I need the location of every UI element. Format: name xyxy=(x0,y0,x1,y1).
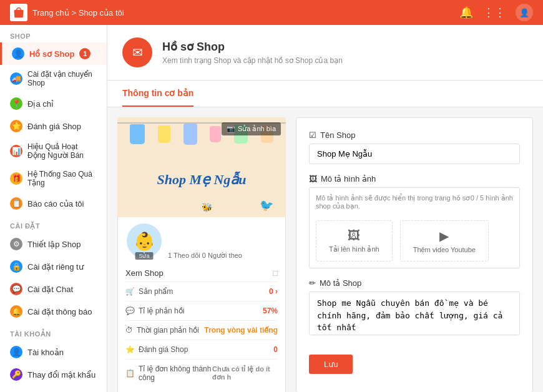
shop-info-area: 👶 Sửa 1 Theo dõi 0 Người theo Xem Shop □… xyxy=(117,217,286,392)
main-layout: SHOP 👤 Hồ sơ Shop 1 🚚 Cài đặt vận chuyển… xyxy=(0,25,543,392)
shop-banner: Shop Mẹ Ngẫu 🐦 🐝 📷 Sửa ảnh bìa xyxy=(117,117,286,217)
view-shop-label[interactable]: Xem Shop xyxy=(125,268,164,278)
sidebar-item-rieng-tu[interactable]: 🔒 Cài đặt riêng tư xyxy=(0,255,107,278)
ho-so-shop-icon: 👤 xyxy=(12,47,24,60)
sidebar-item-thiet-lap[interactable]: ⚙ Thiết lập Shop xyxy=(0,233,107,255)
image-desc-group: 🖼 Mô tả hình ảnh Mô tả hình ảnh sẽ được … xyxy=(309,174,520,268)
image-desc-hint: Mô tả hình ảnh sẽ được hiển thị trong tr… xyxy=(316,194,471,210)
banner-decoration-bird: 🐦 xyxy=(260,198,273,212)
sidebar-item-tai-khoan[interactable]: 👤 Tài khoản xyxy=(0,341,107,363)
grid-icon[interactable]: ⋮⋮ xyxy=(483,6,506,19)
view-shop-icon: □ xyxy=(273,268,278,278)
shop-preview-panel: Shop Mẹ Ngẫu 🐦 🐝 📷 Sửa ảnh bìa 👶 xyxy=(117,117,286,392)
header-icons: 🔔 ⋮⋮ 👤 xyxy=(459,4,533,21)
sidebar-item-mat-khau[interactable]: 🔑 Thay đổi mật khẩu xyxy=(0,363,107,386)
sao-qua-icon: 🎁 xyxy=(10,172,22,185)
stat-value-rating: 0 xyxy=(273,345,278,354)
sidebar-item-hieu-qua[interactable]: 📊 Hiệu Quả Hoạt Động Người Bán xyxy=(0,137,107,165)
camera-icon: 📷 xyxy=(227,125,235,133)
sidebar-label-danh-gia: Đánh giá Shop xyxy=(27,122,81,131)
stat-row-response-time: ⏱ Thời gian phản hồi Trong vòng vài tiến… xyxy=(125,321,278,340)
rating-icon: ⭐ xyxy=(125,345,135,354)
stat-value-response-time: Trong vòng vài tiếng xyxy=(204,326,278,335)
tab-thong-tin-co-ban[interactable]: Thông tin cơ bản xyxy=(122,81,193,107)
sidebar-label-bao-cao: Báo cáo của tôi xyxy=(27,199,84,208)
stat-label-response-time: ⏱ Thời gian phản hồi xyxy=(125,326,199,335)
sidebar-item-bao-cao[interactable]: 📋 Báo cáo của tôi xyxy=(0,192,107,215)
failed-orders-icon: 📋 xyxy=(125,369,135,378)
sidebar-label-hieu-qua: Hiệu Quả Hoạt Động Người Bán xyxy=(27,142,97,160)
stat-row-failed-orders: 📋 Tỉ lệ đơn không thành công Chưa có tỉ … xyxy=(125,360,278,387)
sidebar: SHOP 👤 Hồ sơ Shop 1 🚚 Cài đặt vận chuyển… xyxy=(0,25,107,392)
stat-row-rating: ⭐ Đánh giá Shop 0 xyxy=(125,340,278,360)
sidebar-label-ho-so-shop: Hồ sơ Shop xyxy=(29,49,74,59)
shop-desc-textarea[interactable]: Shop me Ngẫu <u>chuyên</u> bán đồ mẹ và … xyxy=(309,292,520,335)
stat-label-products: 🛒 Sản phẩm xyxy=(125,287,173,296)
stat-row-response-rate: 💬 Tỉ lệ phản hồi 57% xyxy=(125,301,278,321)
upload-video-button[interactable]: ▶ Thêm video Youtube xyxy=(400,220,489,262)
image-desc-label-text: Mô tả hình ảnh xyxy=(321,174,376,184)
sidebar-item-danh-gia[interactable]: ⭐ Đánh giá Shop xyxy=(0,115,107,137)
image-desc-header: Mô tả hình ảnh sẽ được hiển thị trong tr… xyxy=(316,194,513,215)
image-upload-row: 🖼 Tải lên hình ảnh ▶ Thêm video Youtube xyxy=(316,220,513,262)
sidebar-label-mat-khau: Thay đổi mật khẩu xyxy=(27,370,95,380)
shop-name-group: ☑ Tên Shop xyxy=(309,130,520,164)
shop-desc-label-text: Mô tả Shop xyxy=(320,278,361,288)
page-header: ✉ Hồ sơ Shop Xem tình trạng Shop và cập … xyxy=(107,25,543,81)
page-header-icon: ✉ xyxy=(122,37,152,67)
stat-label-response-rate: 💬 Tỉ lệ phản hồi xyxy=(125,306,184,315)
hieu-qua-icon: 📊 xyxy=(10,145,22,157)
ho-so-shop-badge: 1 xyxy=(79,48,90,59)
shop-name-input[interactable] xyxy=(309,144,520,164)
van-chuyen-icon: 🚚 xyxy=(10,72,22,85)
image-desc-label-icon: 🖼 xyxy=(309,174,317,184)
sidebar-label-thong-bao: Cài đặt thông báo xyxy=(27,307,92,316)
tabs-bar: Thông tin cơ bản xyxy=(107,81,543,107)
mat-khau-icon: 🔑 xyxy=(10,368,22,381)
rieng-tu-icon: 🔒 xyxy=(10,260,22,273)
thong-bao-icon: 🔔 xyxy=(10,305,22,318)
stat-row-products: 🛒 Sản phẩm 0 › xyxy=(125,282,278,301)
page-header-text: Hồ sơ Shop Xem tình trạng Shop và cập nh… xyxy=(162,40,343,65)
upload-image-icon: 🖼 xyxy=(348,228,360,243)
bell-icon[interactable]: 🔔 xyxy=(459,6,473,19)
stat-value-products[interactable]: 0 › xyxy=(269,287,278,296)
user-avatar[interactable]: 👤 xyxy=(516,4,533,21)
shop-form-panel: ☑ Tên Shop 🖼 Mô tả hình ảnh Mô tả hình ả… xyxy=(296,117,533,392)
sidebar-item-ho-so-shop[interactable]: 👤 Hồ sơ Shop 1 xyxy=(0,42,107,65)
sidebar-label-chat: Cài đặt Chat xyxy=(27,285,73,294)
upload-image-button[interactable]: 🖼 Tải lên hình ảnh xyxy=(316,220,393,262)
response-rate-icon: 💬 xyxy=(125,306,135,315)
shop-desc-label: ✏ Mô tả Shop xyxy=(309,278,520,288)
shop-name-label: ☑ Tên Shop xyxy=(309,130,520,140)
edit-photo-button[interactable]: 📷 Sửa ảnh bìa xyxy=(222,122,281,135)
stat-label-failed-orders: 📋 Tỉ lệ đơn không thành công xyxy=(125,365,212,382)
sidebar-label-tai-khoan: Tài khoản xyxy=(27,348,64,357)
sidebar-item-sao-qua[interactable]: 🎁 Hệ Thống Sao Quà Tặng xyxy=(0,165,107,192)
save-button[interactable]: Lưu xyxy=(309,355,353,374)
sidebar-item-thong-bao[interactable]: 🔔 Cài đặt thông báo xyxy=(0,300,107,323)
content-area: Shop Mẹ Ngẫu 🐦 🐝 📷 Sửa ảnh bìa 👶 xyxy=(107,107,543,392)
header: Trang chủ > Shop của tôi 🔔 ⋮⋮ 👤 xyxy=(0,0,543,25)
view-shop-row: Xem Shop □ xyxy=(125,265,278,282)
sidebar-label-thiet-lap: Thiết lập Shop xyxy=(27,240,81,249)
sidebar-section-caidat: CÀI ĐẶT xyxy=(0,215,107,233)
sidebar-item-chat[interactable]: 💬 Cài đặt Chat xyxy=(0,278,107,300)
breadcrumb: Trang chủ > Shop của tôi xyxy=(32,8,454,17)
sidebar-item-dia-chi[interactable]: 📍 Địa chỉ xyxy=(0,92,107,115)
shop-name-label-text: Tên Shop xyxy=(320,130,355,140)
thiet-lap-icon: ⚙ xyxy=(10,238,22,250)
avatar-edit-label[interactable]: Sửa xyxy=(135,252,153,260)
danh-gia-icon: ⭐ xyxy=(10,120,22,132)
shop-banner-text: Shop Mẹ Ngẫu xyxy=(157,172,246,188)
upload-video-icon: ▶ xyxy=(439,228,449,243)
upload-video-label: Thêm video Youtube xyxy=(413,246,476,253)
image-count: 0 / 5 hình ảnh xyxy=(471,194,513,202)
page-subtitle: Xem tình trạng Shop và cập nhật hồ sơ Sh… xyxy=(162,56,343,65)
sidebar-section-shop: SHOP xyxy=(0,25,107,42)
tai-khoan-icon: 👤 xyxy=(10,346,22,358)
stat-label-rating: ⭐ Đánh giá Shop xyxy=(125,345,188,354)
bao-cao-icon: 📋 xyxy=(10,197,22,210)
shopee-logo xyxy=(10,4,27,21)
sidebar-item-van-chuyen[interactable]: 🚚 Cài đặt vận chuyển Shop xyxy=(0,65,107,92)
